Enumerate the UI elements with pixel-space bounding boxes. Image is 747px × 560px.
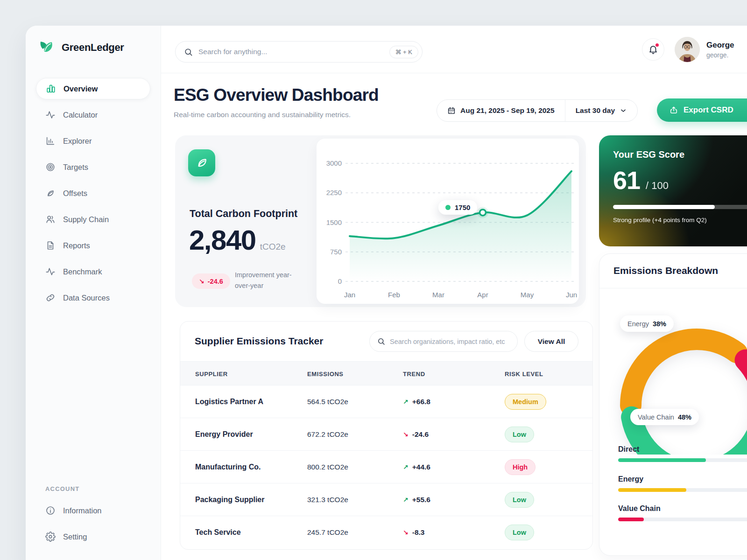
risk-badge: Low [505,525,534,540]
emissions-cell: 672.2 tCO2e [307,430,348,439]
sidebar-item-calculator[interactable]: Calculator [36,104,150,126]
tracker-search [369,331,518,352]
esg-progress-track [613,205,747,209]
risk-badge: Low [505,427,534,442]
user-email: george. [706,51,734,59]
table-row[interactable]: Tech Service245.7 tCO2e↘-8.3Low [180,516,592,549]
tracker-search-input[interactable] [390,338,510,345]
share-upload-icon [669,105,678,115]
app-shell: GreenLedger OverviewCalculatorExplorerTa… [26,26,747,560]
breakdown-title: Emissions Breakdown [613,265,718,276]
leaf-badge-icon [188,149,215,176]
search-icon [377,337,385,345]
page-header: ESG Overview Dashboard Real-time carbon … [174,85,379,119]
keyboard-shortcut-badge: ⌘ + K [389,46,419,58]
donut-callout-energy: Energy 38% [620,315,674,332]
svg-text:Jun: Jun [566,291,577,299]
footprint-unit: tCO2e [260,242,286,252]
table-row[interactable]: Logistics Partner A564.5 tCO2e↗+66.8Medi… [180,385,592,418]
user-name: George [706,41,734,50]
emissions-cell: 245.7 tCO2e [307,528,348,537]
series-dot-icon [445,205,451,210]
avatar-image [675,37,700,62]
sidebar-item-offsets[interactable]: Offsets [36,182,150,204]
date-range-picker[interactable]: Aug 21, 2025 - Sep 19, 2025 [437,100,565,121]
line-chart: 0750150022503000JanFebMarAprMayJun [317,139,579,304]
page-title: ESG Overview Dashboard [174,85,379,105]
view-all-button[interactable]: View All [524,331,578,352]
legend-bar-track [618,518,747,521]
risk-cell: Medium [505,394,546,410]
avatar[interactable] [675,37,700,62]
table-row[interactable]: Manufacturing Co.800.2 tCO2e↗+44.6High [180,451,592,483]
trend-up-icon: ↗ [403,496,409,504]
sidebar-item-explorer[interactable]: Explorer [36,130,150,152]
sidebar-item-label: Reports [63,241,90,250]
risk-cell: Low [505,525,534,540]
footprint-chart-panel[interactable]: 0750150022503000JanFebMarAprMayJun 1750 [317,139,579,304]
legend-bar-fill [618,458,706,462]
total-carbon-footprint-card: Total Carbon Footprint 2,840 tCO2e ↘ -24… [175,135,586,307]
supplier-cell: Energy Provider [195,430,253,439]
table-row[interactable]: Packaging Supplier321.3 tCO2e↗+55.6Low [180,483,592,516]
sidebar-item-reports[interactable]: Reports [36,235,150,256]
supplier-cell: Logistics Partner A [195,398,263,406]
column-header-trend: TREND [403,362,425,386]
sidebar-item-benchmark[interactable]: Benchmark [36,261,150,282]
footprint-note: Improvement year-over-year [235,270,305,291]
sidebar-item-supply-chain[interactable]: Supply Chain [36,209,150,230]
legend-bar-track [618,458,747,462]
column-header-emissions: EMISSIONS [307,362,344,386]
sidebar-item-label: Information [63,506,102,515]
sidebar-item-setting[interactable]: Setting [36,526,150,547]
footprint-value: 2,840 [189,224,256,256]
leaf-logo-icon [39,40,56,56]
esg-title: Your ESG Score [613,149,747,160]
risk-badge: High [505,459,536,475]
notifications-button[interactable] [642,38,664,61]
export-button[interactable]: Export CSRD [657,98,747,122]
notification-dot [655,42,660,48]
legend-bar-track [618,488,747,492]
brand-logo: GreenLedger [36,40,150,56]
date-range-text: Aug 21, 2025 - Sep 19, 2025 [460,106,555,115]
footprint-delta: -24.6 [208,278,223,285]
sidebar-item-label: Data Sources [63,294,110,302]
range-preset-select[interactable]: Last 30 day [565,100,637,121]
target-icon [45,162,56,172]
account-section-label: ACCOUNT [45,485,150,492]
users-icon [45,214,56,224]
emissions-cell: 564.5 tCO2e [307,398,348,406]
info-icon [45,505,56,516]
sidebar-item-information[interactable]: Information [36,500,150,521]
sidebar-item-label: Benchmark [63,267,102,276]
link-icon [45,293,56,303]
sidebar-item-overview[interactable]: Overview [36,78,150,99]
supplier-cell: Packaging Supplier [195,496,264,504]
esg-score-card: Your ESG Score 61 / 100 Strong profile (… [599,135,747,246]
user-block: George george. [706,41,734,59]
search-icon [184,48,193,56]
sidebar-item-data-sources[interactable]: Data Sources [36,287,150,308]
table-row[interactable]: Energy Provider672.2 tCO2e↘-24.6Low [180,418,592,451]
trend-cell: ↗+66.8 [403,398,430,406]
footprint-value-row: 2,840 tCO2e [189,224,286,256]
chevron-down-icon [620,107,627,114]
sidebar-item-targets[interactable]: Targets [36,156,150,178]
emissions-cell: 321.3 tCO2e [307,496,348,504]
risk-badge: Medium [505,394,546,410]
sidebar-account-section: ACCOUNT InformationSetting [36,485,150,552]
table-header-row: SUPPLIEREMISSIONSTRENDRISK LEVEL [180,361,592,385]
sidebar-item-label: Overview [63,84,98,93]
search-input[interactable] [198,48,389,56]
legend-bar-fill [618,488,686,492]
trend-down-icon: ↘ [403,431,409,438]
range-preset-text: Last 30 day [576,106,615,115]
activity-icon [45,266,56,277]
svg-text:Jan: Jan [344,291,355,299]
svg-text:1500: 1500 [326,218,342,226]
footprint-title: Total Carbon Footprint [190,208,297,220]
chart-column-icon [45,136,56,146]
risk-cell: High [505,459,536,475]
donut-chart [599,290,747,455]
